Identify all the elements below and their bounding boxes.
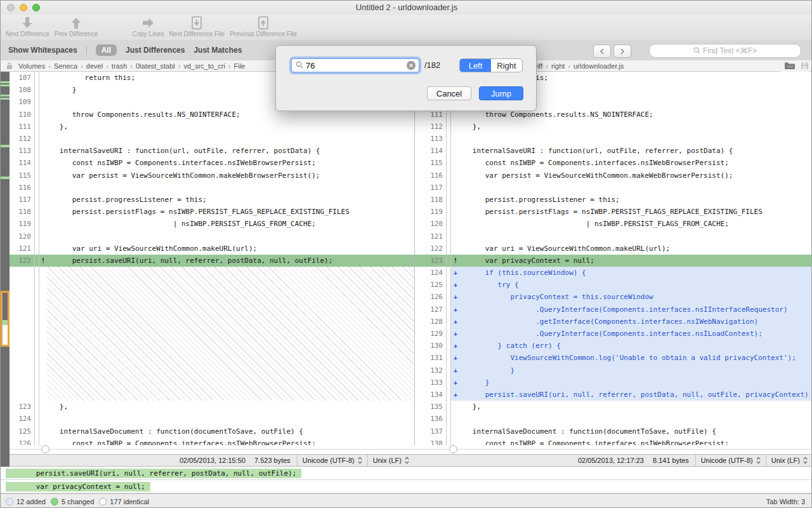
breadcrumb-item[interactable]: urldownloader.js: [572, 62, 625, 70]
code-line[interactable]: 124: [10, 413, 414, 425]
code-line[interactable]: 120: [10, 230, 414, 242]
encoding-select[interactable]: Unicode (UTF-8): [297, 455, 367, 466]
code-line[interactable]: 138 const nsIWBP = Components.interfaces…: [415, 438, 812, 445]
code-line[interactable]: 114 const nsIWBP = Components.interfaces…: [10, 157, 414, 169]
jump-button[interactable]: Jump: [479, 86, 523, 100]
find-previous-button[interactable]: [593, 44, 611, 58]
code-line[interactable]: 127+ .QueryInterface(Components.interfac…: [415, 304, 812, 316]
code-line[interactable]: 132+ }: [415, 364, 812, 377]
code-line[interactable]: 116 var persist = ViewSourceWithCommon.m…: [415, 170, 812, 182]
scrollbar-knob[interactable]: [41, 445, 49, 453]
preview-line[interactable]: persist.saveURI(uri, null, referrer, pos…: [1, 467, 812, 480]
code-line[interactable]: 122! persist.saveURI(uri, null, referrer…: [10, 255, 414, 267]
left-code-pane[interactable]: 107 return this;108 }109110 throw Compon…: [10, 72, 414, 445]
code-line[interactable]: 112 },: [415, 121, 812, 133]
side-right-segment[interactable]: Right: [491, 59, 522, 72]
code-line[interactable]: 113 internalSaveURI : function(url, outF…: [10, 145, 414, 157]
code-line[interactable]: 128+ .getInterface(Components.interfaces…: [415, 316, 812, 328]
diff-marker: +: [451, 304, 460, 316]
code-line[interactable]: 119 | nsIWBP.PERSIST_FLAGS_FROM_CACHE;: [10, 218, 414, 230]
right-horizontal-scrollbar[interactable]: [414, 445, 812, 454]
line-number: 116: [10, 182, 34, 194]
search-icon: [693, 45, 700, 57]
goto-line-input[interactable]: 76: [291, 58, 419, 72]
code-line[interactable]: 121 var uri = ViewSourceWithCommon.makeU…: [10, 243, 414, 255]
filter-just-matches-button[interactable]: Just Matches: [193, 46, 242, 55]
arrow-right-icon: [140, 15, 157, 30]
line-ending-select[interactable]: Unix (LF): [766, 455, 812, 466]
code-line[interactable]: 131+ ViewSourceWithCommon.log('Unable to…: [415, 352, 812, 364]
diff-marker: [451, 401, 460, 413]
total-lines-label: /182: [424, 60, 440, 70]
code-line[interactable]: 117: [415, 182, 812, 194]
left-horizontal-scrollbar[interactable]: [10, 445, 414, 454]
breadcrumb-item[interactable]: 0latest_stabl: [134, 62, 176, 70]
code-line[interactable]: 135 },: [415, 401, 812, 413]
code-line[interactable]: 123! var privacyContext = null;: [415, 255, 812, 267]
next-difference-button[interactable]: Next Difference: [3, 15, 52, 39]
diff-marker: [39, 72, 47, 84]
code-line[interactable]: 118 persist.persistFlags = nsIWBP.PERSIS…: [10, 206, 414, 218]
filter-all-button[interactable]: All: [96, 44, 117, 56]
breadcrumb-item[interactable]: right: [550, 62, 566, 70]
code-line[interactable]: 113: [415, 133, 812, 145]
breadcrumb-item[interactable]: devel: [85, 62, 104, 70]
code-line[interactable]: 122 var uri = ViewSourceWithCommon.makeU…: [415, 243, 812, 255]
next-difference-file-button[interactable]: Next Difference File: [167, 15, 228, 39]
code-line[interactable]: 118 persist.progressListener = this;: [415, 194, 812, 206]
code-line[interactable]: 129+ .QueryInterface(Components.interfac…: [415, 328, 812, 340]
code-line[interactable]: 121: [415, 230, 812, 242]
find-next-button[interactable]: [613, 44, 631, 58]
code-line[interactable]: 119 persist.persistFlags = nsIWBP.PERSIS…: [415, 206, 812, 218]
preview-line[interactable]: var privacyContext = null;: [1, 480, 812, 493]
code-line[interactable]: 120 | nsIWBP.PERSIST_FLAGS_FROM_CACHE;: [415, 218, 812, 230]
code-line[interactable]: 133+ }: [415, 377, 812, 389]
arrow-up-icon: [68, 15, 84, 30]
code-text: ViewSourceWithCommon.log('Unable to obta…: [460, 352, 812, 364]
line-number: 118: [10, 206, 34, 218]
clear-icon[interactable]: [407, 61, 416, 70]
breadcrumb-item[interactable]: Seneca: [53, 62, 79, 70]
code-line[interactable]: 111 },: [10, 121, 414, 133]
code-line[interactable]: 126 const nsIWBP = Components.interfaces…: [10, 438, 414, 445]
code-line[interactable]: 115 var persist = ViewSourceWithCommon.m…: [10, 170, 414, 182]
copy-lines-button[interactable]: Copy Lines: [130, 15, 167, 39]
encoding-select[interactable]: Unicode (UTF-8): [695, 455, 766, 466]
code-line[interactable]: 116: [10, 182, 414, 194]
code-line[interactable]: 112: [10, 133, 414, 145]
code-text: [460, 413, 812, 425]
code-line[interactable]: 117 persist.progressListener = this;: [10, 194, 414, 206]
code-line[interactable]: 130+ } catch (err) {: [415, 340, 812, 352]
diff-marker: [451, 243, 460, 255]
code-line[interactable]: 124+ if (this.sourceWindow) {: [415, 267, 812, 279]
overview-viewport-indicator[interactable]: [1, 291, 10, 347]
code-line[interactable]: 115 const nsIWBP = Components.interfaces…: [415, 157, 812, 169]
side-left-segment[interactable]: Left: [460, 59, 491, 72]
diff-overview-map[interactable]: [1, 72, 10, 467]
find-text-input[interactable]: Find Text <⌘F>: [649, 44, 801, 58]
breadcrumb-item[interactable]: vd_src_to_cri: [182, 62, 226, 70]
line-ending-select[interactable]: Unix (LF): [367, 455, 414, 466]
right-code-pane[interactable]: 108 return this;109 }110111 throw Compon…: [414, 72, 812, 445]
breadcrumb-item[interactable]: File: [233, 62, 247, 70]
show-whitespaces-toggle[interactable]: Show Whitespaces: [8, 46, 77, 55]
cancel-button[interactable]: Cancel: [427, 86, 471, 100]
code-line[interactable]: 137 internalSaveDocument : function(docu…: [415, 425, 812, 437]
filter-just-differences-button[interactable]: Just Differences: [126, 46, 185, 55]
scrollbar-knob[interactable]: [449, 445, 457, 453]
prev-difference-button[interactable]: Prev Difference: [52, 15, 101, 39]
code-line[interactable]: 114 internalSaveURI : function(url, outF…: [415, 145, 812, 157]
previous-difference-file-button[interactable]: Previous Difference File: [227, 15, 299, 39]
folder-icon[interactable]: [784, 62, 796, 71]
breadcrumb-item[interactable]: trash: [110, 62, 128, 70]
save-icon[interactable]: [801, 62, 809, 71]
code-line[interactable]: 136: [415, 413, 812, 425]
code-line[interactable]: 125 internalSaveDocument : function(docu…: [10, 425, 414, 438]
code-line[interactable]: 134+ persist.saveURI(uri, null, referrer…: [415, 389, 812, 401]
code-line[interactable]: 125+ try {: [415, 279, 812, 291]
breadcrumb-separator: ›: [79, 62, 85, 70]
diff-marker: [39, 243, 47, 255]
code-line[interactable]: 123 },: [10, 401, 414, 413]
code-line[interactable]: 126+ privacyContext = this.sourceWindow: [415, 291, 812, 303]
breadcrumb-item[interactable]: Volumes: [17, 62, 46, 70]
